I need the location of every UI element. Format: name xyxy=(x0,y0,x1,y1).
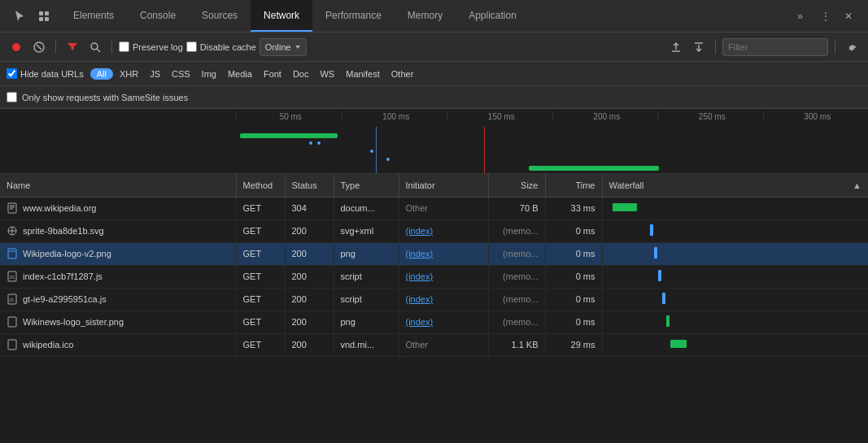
waterfall-bar-6 xyxy=(670,340,687,348)
cell-status-0: 304 xyxy=(285,197,334,219)
table-row[interactable]: sprite-9ba8de1b.svg GET 200 svg+xml (ind… xyxy=(0,219,868,242)
filter-type-img[interactable]: Img xyxy=(197,68,221,80)
cell-time-3: 0 ms xyxy=(545,265,602,288)
filter-type-bar: Hide data URLs All XHR JS CSS Img Media … xyxy=(0,62,868,86)
network-settings-button[interactable] xyxy=(842,37,861,57)
table-row[interactable]: www.wikipedia.org GET 304 docum... Other… xyxy=(0,197,868,219)
devtools-menu-icon[interactable]: ⋮ xyxy=(816,7,835,26)
tab-sources[interactable]: Sources xyxy=(189,0,251,32)
hide-data-urls-checkbox-wrap[interactable]: Hide data URLs xyxy=(7,68,84,79)
table-row[interactable]: JS gt-ie9-a2995951ca.js GET 200 script (… xyxy=(0,288,868,311)
svg-rect-16 xyxy=(8,249,16,258)
toolbar-divider-3 xyxy=(715,41,716,54)
cell-status-6: 200 xyxy=(285,333,334,356)
file-icon-1 xyxy=(7,225,18,237)
filter-type-doc[interactable]: Doc xyxy=(288,68,314,80)
sort-desc-icon: ▲ xyxy=(853,180,861,190)
tab-performance[interactable]: Performance xyxy=(312,0,395,32)
cell-name-0: www.wikipedia.org xyxy=(0,197,236,219)
cell-type-5: png xyxy=(334,311,399,333)
network-table-container[interactable]: Name Method Status Type Initiator xyxy=(0,174,868,443)
preserve-log-checkbox-wrap[interactable]: Preserve log xyxy=(119,41,183,52)
cell-time-6: 29 ms xyxy=(545,333,602,356)
column-initiator[interactable]: Initiator xyxy=(399,174,488,197)
cell-initiator-4[interactable]: (index) xyxy=(399,288,488,311)
tab-end-icons: ⋮ ✕ xyxy=(809,7,865,26)
filter-type-font[interactable]: Font xyxy=(259,68,286,80)
hide-data-urls-checkbox[interactable] xyxy=(7,68,17,79)
filter-input[interactable] xyxy=(728,42,822,52)
cell-initiator-5[interactable]: (index) xyxy=(399,311,488,333)
filter-type-manifest[interactable]: Manifest xyxy=(341,68,385,80)
timeline-dot-1a xyxy=(309,141,312,145)
clear-button[interactable] xyxy=(29,37,49,57)
cell-size-2: (memo... xyxy=(488,242,545,265)
column-type[interactable]: Type xyxy=(334,174,399,197)
disable-cache-checkbox[interactable] xyxy=(186,41,197,52)
network-toolbar: Preserve log Disable cache Online xyxy=(0,33,868,62)
toolbar-divider-4 xyxy=(835,41,835,54)
cell-name-4: JS gt-ie9-a2995951ca.js xyxy=(0,288,236,311)
cell-initiator-2[interactable]: (index) xyxy=(399,242,488,265)
tab-network[interactable]: Network xyxy=(251,0,312,32)
cell-initiator-3[interactable]: (index) xyxy=(399,265,488,288)
table-row[interactable]: Wikinews-logo_sister.png GET 200 png (in… xyxy=(0,311,868,333)
waterfall-bar-5 xyxy=(666,315,670,327)
tab-memory[interactable]: Memory xyxy=(395,0,456,32)
cell-method-2: GET xyxy=(236,242,285,265)
waterfall-bar-4 xyxy=(662,293,665,304)
column-status[interactable]: Status xyxy=(285,174,334,197)
tab-application[interactable]: Application xyxy=(456,0,530,32)
filter-input-wrap[interactable] xyxy=(722,38,828,56)
svg-text:JS: JS xyxy=(9,298,15,302)
cell-size-0: 70 B xyxy=(488,197,545,219)
table-row[interactable]: JS index-c1cb7f1287.js GET 200 script (i… xyxy=(0,265,868,288)
filter-type-media[interactable]: Media xyxy=(223,68,257,80)
export-har-button[interactable] xyxy=(689,37,709,57)
waterfall-bar-2 xyxy=(654,247,657,258)
tabs-more-button[interactable]: » xyxy=(791,11,809,22)
column-method[interactable]: Method xyxy=(236,174,285,197)
table-row[interactable]: wikipedia.ico GET 200 vnd.mi... Other 1.… xyxy=(0,333,868,356)
throttle-select[interactable]: Online xyxy=(260,38,307,56)
cell-initiator-1[interactable]: (index) xyxy=(399,219,488,242)
filter-type-ws[interactable]: WS xyxy=(315,68,339,80)
cell-name-2: Wikipedia-logo-v2.png xyxy=(0,242,236,265)
tick-50ms: 50 ms xyxy=(236,112,342,121)
import-har-button[interactable] xyxy=(666,37,686,57)
filter-type-other[interactable]: Other xyxy=(386,68,419,80)
tab-bar: Elements Console Sources Network Perform… xyxy=(0,0,868,33)
cell-method-5: GET xyxy=(236,311,285,333)
filter-type-xhr[interactable]: XHR xyxy=(115,68,143,80)
svg-rect-1 xyxy=(45,11,49,15)
column-size[interactable]: Size xyxy=(488,174,545,197)
filter-type-css[interactable]: CSS xyxy=(167,68,195,80)
filter-type-all[interactable]: All xyxy=(90,68,113,80)
record-button[interactable] xyxy=(7,37,26,57)
column-name[interactable]: Name xyxy=(0,174,236,197)
file-icon-0 xyxy=(7,202,18,214)
cursor-icon[interactable] xyxy=(10,7,29,26)
cell-status-1: 200 xyxy=(285,219,334,242)
waterfall-bar-3 xyxy=(658,270,661,281)
column-time[interactable]: Time xyxy=(545,174,602,197)
search-icon-button[interactable] xyxy=(85,37,105,57)
tab-elements[interactable]: Elements xyxy=(60,0,127,32)
samesite-checkbox[interactable] xyxy=(7,92,17,102)
throttle-value: Online xyxy=(265,42,291,52)
filter-icon-button[interactable] xyxy=(63,37,82,57)
svg-text:JS: JS xyxy=(9,275,15,280)
svg-rect-2 xyxy=(39,17,43,21)
cell-size-5: (memo... xyxy=(488,311,545,333)
column-waterfall[interactable]: Waterfall ▲ xyxy=(602,174,868,197)
devtools-close-icon[interactable]: ✕ xyxy=(839,7,858,26)
table-row[interactable]: Wikipedia-logo-v2.png GET 200 png (index… xyxy=(0,242,868,265)
layers-icon[interactable] xyxy=(34,7,54,26)
tick-200ms: 200 ms xyxy=(552,112,658,121)
cell-initiator-0: Other xyxy=(399,197,488,219)
disable-cache-checkbox-wrap[interactable]: Disable cache xyxy=(186,41,256,52)
tab-console[interactable]: Console xyxy=(127,0,189,32)
preserve-log-checkbox[interactable] xyxy=(119,41,129,52)
filter-type-js[interactable]: JS xyxy=(145,68,165,80)
cell-method-0: GET xyxy=(236,197,285,219)
